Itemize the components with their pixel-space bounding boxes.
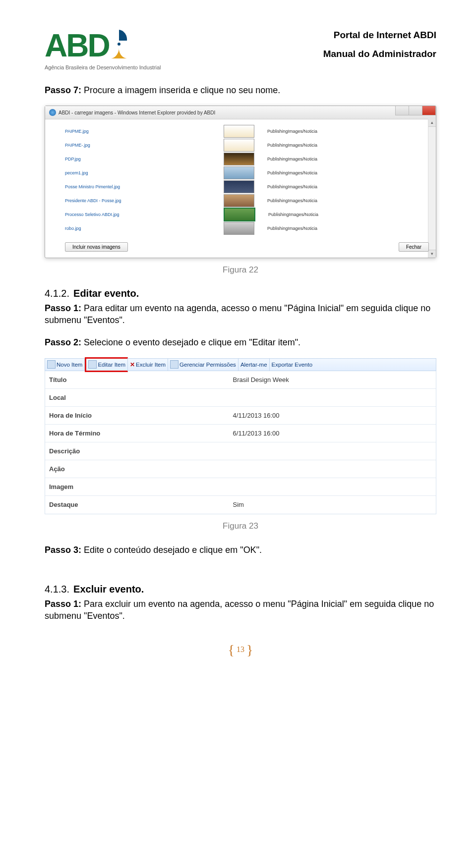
- step-text: Para editar um evento na agenda, acesso …: [45, 303, 430, 325]
- image-thumb: [224, 166, 254, 179]
- window-body: PAIPME.jpgPublishingImages/NoticiaPAIPME…: [45, 119, 436, 258]
- screenshot-figure-23: Novo Item Editar Item ✕Excluir Item Gere…: [45, 358, 436, 514]
- delete-icon: ✕: [130, 361, 135, 368]
- step-label: Passo 1:: [45, 599, 81, 609]
- incluir-imagens-button[interactable]: Incluir novas imagens: [65, 242, 128, 252]
- exportar-evento-button[interactable]: Exportar Evento: [270, 359, 314, 371]
- detail-label: Ação: [49, 465, 233, 473]
- image-filename-link[interactable]: pecem1.jpg: [65, 170, 224, 175]
- image-thumb: [224, 194, 254, 207]
- detail-row: DestaqueSim: [45, 496, 436, 514]
- image-filename-link[interactable]: robo.jpg: [65, 226, 224, 231]
- step-7: Passo 7: Procure a imagem inserida e cli…: [45, 85, 436, 96]
- minimize-button[interactable]: [395, 106, 409, 115]
- image-filename-link[interactable]: Presidente ABDI - Posse.jpg: [65, 198, 224, 203]
- image-thumb: [224, 153, 254, 165]
- section-4-1-2: 4.1.2.Editar evento.: [45, 288, 436, 299]
- step-1-excluir: Passo 1: Para excluir um evento na agend…: [45, 598, 436, 622]
- step-1-edit: Passo 1: Para editar um evento na agenda…: [45, 302, 436, 326]
- detail-row: TítuloBrasil Design Week: [45, 371, 436, 389]
- window-titlebar: ABDI - carregar imagens - Windows Intern…: [45, 106, 436, 119]
- figure-caption-23: Figura 23: [45, 521, 436, 531]
- section-title: Editar evento.: [73, 288, 139, 299]
- step-text: Procure a imagem inserida e clique no se…: [81, 85, 280, 95]
- header-portal: Portal de Internet ABDI: [323, 30, 436, 41]
- step-label: Passo 2:: [45, 337, 81, 347]
- edit-icon: [88, 360, 97, 369]
- image-filename-link[interactable]: PDP.jpg: [65, 157, 224, 162]
- logo: ABD Agência Brasileira de Desenvolviment…: [45, 30, 208, 70]
- image-filename-link[interactable]: PAIPME.jpg: [65, 129, 224, 134]
- novo-item-button[interactable]: Novo Item: [45, 359, 85, 371]
- section-number: 4.1.3.: [45, 584, 69, 595]
- fechar-button[interactable]: Fechar: [399, 242, 429, 252]
- step-2: Passo 2: Selecione o evento desejado e c…: [45, 336, 436, 348]
- step-label: Passo 3:: [45, 545, 81, 555]
- image-row: PAIPME.jpgPublishingImages/Noticia: [65, 124, 429, 138]
- close-button[interactable]: [422, 106, 436, 115]
- detail-row: Local: [45, 389, 436, 407]
- detail-value: 4/11/2013 16:00: [233, 412, 432, 419]
- image-thumb: [224, 139, 254, 152]
- detail-value: Brasil Design Week: [233, 376, 432, 383]
- window-buttons: [396, 106, 436, 115]
- section-4-1-3: 4.1.3.Excluir evento.: [45, 584, 436, 595]
- image-filename-link[interactable]: Posse Ministro Pimentel.jpg: [65, 184, 224, 189]
- image-filename-link[interactable]: PAIPME-.jpg: [65, 143, 224, 148]
- header-manual: Manual do Administrador: [323, 49, 436, 59]
- image-filename-link[interactable]: Processo Seletivo ABDI.jpg: [65, 212, 224, 217]
- section-number: 4.1.2.: [45, 288, 69, 299]
- image-row: PDP.jpgPublishingImages/Noticia: [65, 152, 429, 166]
- image-row: robo.jpgPublishingImages/Noticia: [65, 221, 429, 235]
- image-thumb: [224, 125, 254, 138]
- excluir-item-button[interactable]: ✕Excluir Item: [128, 359, 168, 371]
- detail-row: Hora de Término6/11/2013 16:00: [45, 425, 436, 442]
- page-number: { 13 }: [45, 642, 436, 658]
- step-text: Para excluir um evento na agenda, acesso…: [45, 599, 434, 621]
- image-path: PublishingImages/Noticia: [267, 143, 317, 148]
- step-label: Passo 1:: [45, 303, 81, 313]
- logo-tagline: Agência Brasileira de Desenvolvimento In…: [45, 64, 208, 70]
- header-right: Portal de Internet ABDI Manual do Admini…: [323, 30, 436, 59]
- image-path: PublishingImages/Noticia: [267, 157, 317, 162]
- image-row: PAIPME-.jpgPublishingImages/Noticia: [65, 138, 429, 152]
- step-text: Edite o conteúdo desejado e clique em "O…: [81, 545, 262, 555]
- detail-row: Descrição: [45, 442, 436, 460]
- image-thumb: [224, 208, 255, 221]
- image-path: PublishingImages/Noticia: [267, 184, 317, 189]
- ie-icon: [49, 109, 56, 116]
- page-header: ABD Agência Brasileira de Desenvolviment…: [45, 30, 436, 70]
- permissions-icon: [170, 360, 178, 369]
- alertar-me-button[interactable]: Alertar-me: [238, 359, 270, 371]
- gerenciar-permissoes-button[interactable]: Gerenciar Permissões: [168, 359, 238, 371]
- detail-label: Título: [49, 376, 233, 383]
- item-details-table: TítuloBrasil Design WeekLocalHora de Iní…: [45, 371, 436, 514]
- figure-caption-22: Figura 22: [45, 265, 436, 275]
- logo-accent-icon: [110, 30, 128, 58]
- image-row: pecem1.jpgPublishingImages/Noticia: [65, 166, 429, 180]
- editar-item-button[interactable]: Editar Item: [85, 357, 128, 372]
- image-row: Presidente ABDI - Posse.jpgPublishingIma…: [65, 194, 429, 208]
- image-path: PublishingImages/Noticia: [267, 226, 317, 231]
- section-title: Excluir evento.: [73, 584, 144, 595]
- image-thumb: [224, 180, 254, 193]
- detail-label: Destaque: [49, 501, 233, 508]
- step-label: Passo 7:: [45, 85, 81, 95]
- image-thumb: [224, 222, 254, 235]
- svg-point-0: [118, 43, 120, 46]
- detail-label: Descrição: [49, 447, 233, 455]
- step-text: Selecione o evento desejado e clique em …: [81, 337, 300, 347]
- screenshot-figure-22: ABDI - carregar imagens - Windows Intern…: [45, 106, 436, 258]
- detail-label: Imagem: [49, 483, 233, 490]
- detail-label: Hora de Início: [49, 412, 233, 419]
- image-row: Posse Ministro Pimentel.jpgPublishingIma…: [65, 180, 429, 194]
- item-toolbar: Novo Item Editar Item ✕Excluir Item Gere…: [45, 358, 436, 371]
- logo-letters: ABD: [45, 30, 109, 61]
- detail-row: Imagem: [45, 478, 436, 496]
- detail-row: Hora de Início4/11/2013 16:00: [45, 407, 436, 425]
- detail-label: Hora de Término: [49, 430, 233, 437]
- image-row: Processo Seletivo ABDI.jpgPublishingImag…: [65, 208, 429, 221]
- image-path: PublishingImages/Noticia: [268, 212, 318, 217]
- maximize-button[interactable]: [409, 106, 422, 115]
- step-3: Passo 3: Edite o conteúdo desejado e cli…: [45, 544, 436, 556]
